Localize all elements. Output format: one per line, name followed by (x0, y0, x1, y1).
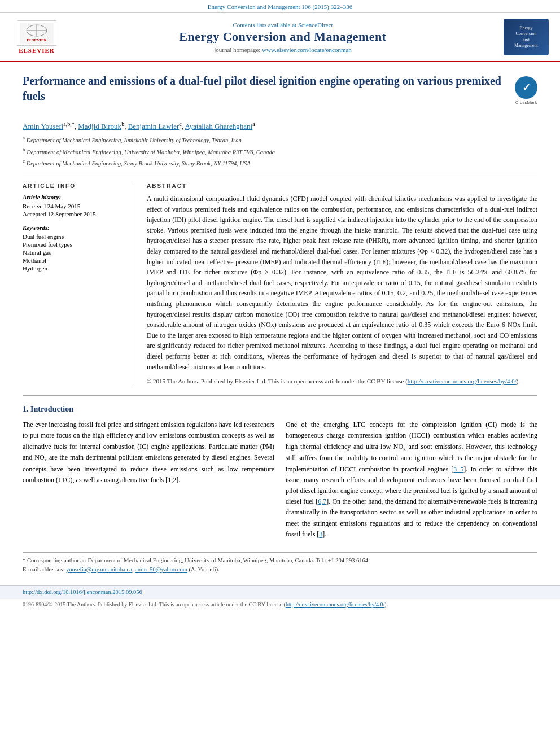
affiliation-a: a Department of Mechanical Engineering, … (23, 134, 537, 145)
doi-link[interactable]: http://dx.doi.org/10.1016/j.enconman.201… (23, 589, 142, 595)
abstract-heading: ABSTRACT (147, 183, 537, 189)
crossmark-icon: ✓ (515, 76, 537, 99)
sciencedirect-link[interactable]: ScienceDirect (298, 21, 333, 28)
intro-heading: 1. Introduction (23, 405, 537, 414)
introduction-section: 1. Introduction The ever increasing foss… (23, 405, 537, 544)
author-lawler[interactable]: Benjamin Lawler (128, 122, 180, 130)
sciencedirect-line: Contents lists available at ScienceDirec… (62, 21, 504, 28)
journal-header-center: Contents lists available at ScienceDirec… (62, 21, 504, 53)
journal-homepage: journal homepage: www.elsevier.com/locat… (62, 46, 504, 53)
elsevier-label: ELSEVIER (19, 47, 55, 54)
contents-text: Contents lists available at (233, 21, 296, 28)
crossmark-badge: ✓ CrossMark (515, 76, 537, 99)
email-attribution: (A. Yousefi). (189, 566, 220, 573)
journal-citation-bar: Energy Conversion and Management 106 (20… (0, 0, 560, 13)
author-birouk[interactable]: Madjid Birouk (78, 122, 121, 130)
article-info-col: ARTICLE INFO Article history: Received 2… (23, 183, 135, 386)
keyword-2: Premixed fuel types (23, 241, 127, 248)
bottom-bar: 0196-8904/© 2015 The Authors. Published … (0, 599, 560, 610)
keywords-label: Keywords: (23, 224, 127, 231)
homepage-label: journal homepage: (214, 46, 260, 53)
bottom-cc-link[interactable]: http://creativecommons.org/licenses/by/4… (286, 601, 384, 608)
license-text: © 2015 The Authors. Published by Elsevie… (147, 377, 537, 386)
article-info-abstract-section: ARTICLE INFO Article history: Received 2… (23, 183, 537, 386)
article-title: Performance and emissions of a dual-fuel… (23, 73, 509, 108)
keyword-4: Methanol (23, 257, 127, 264)
email-line: E-mail addresses: yousefia@my.umanitoba.… (23, 565, 537, 574)
elsevier-logo-img: ELSEVIER (17, 20, 56, 46)
main-content: Performance and emissions of a dual-fuel… (0, 62, 560, 585)
affiliation-b: b Department of Mechanical Engineering, … (23, 146, 537, 156)
ref-8[interactable]: 8 (319, 530, 322, 538)
received-date: Received 24 May 2015 (23, 203, 127, 209)
author-gharehghani[interactable]: Ayatallah Gharehghani (185, 122, 252, 130)
license-note-text: This is an open access article under the… (159, 601, 388, 608)
author-gharehghani-sup: a (252, 121, 255, 127)
author-birouk-sup: b (121, 121, 124, 127)
accepted-date: Accepted 12 September 2015 (23, 211, 127, 217)
journal-logo-text: EnergyConversionandManagement (512, 23, 540, 51)
journal-title: Energy Conversion and Management (62, 29, 504, 44)
ref-6-7[interactable]: 6,7 (318, 497, 326, 505)
abstract-paragraph: A multi-dimensional computational fluid … (147, 194, 537, 372)
keyword-3: Natural gas (23, 249, 127, 256)
article-history-label: Article history: (23, 194, 127, 200)
affiliation-c: c Department of Mechanical Engineering, … (23, 158, 537, 168)
ref-3-5[interactable]: 3–5 (453, 465, 463, 473)
corresponding-author-note: * Corresponding author at: Department of… (23, 556, 537, 565)
journal-header: ELSEVIER ELSEVIER Contents lists availab… (0, 13, 560, 62)
svg-text:ELSEVIER: ELSEVIER (27, 38, 47, 42)
affiliations-block: a Department of Mechanical Engineering, … (23, 134, 537, 176)
issn-text: 0196-8904/© 2015 The Authors. Published … (23, 601, 158, 608)
author-yousefi[interactable]: Amin Yousefi (23, 122, 63, 130)
intro-right-col: One of the emerging LTC concepts for the… (286, 420, 537, 544)
cc-by-link[interactable]: http://creativecommons.org/licenses/by/4… (408, 378, 517, 385)
keyword-5: Hydrogen (23, 265, 127, 272)
authors-line: Amin Yousefia,b,*, Madjid Biroukb, Benja… (23, 121, 537, 131)
elsevier-logo-section: ELSEVIER ELSEVIER (11, 20, 62, 54)
email-label: E-mail addresses: (23, 566, 64, 573)
intro-left-para: The ever increasing fossil fuel price an… (23, 420, 274, 486)
email-1[interactable]: yousefia@my.umanitoba.ca (66, 566, 132, 573)
article-info-heading: ARTICLE INFO (23, 183, 127, 189)
author-lawler-sup: c (179, 121, 181, 127)
journal-logo-box: EnergyConversionandManagement (504, 19, 549, 55)
journal-citation: Energy Conversion and Management 106 (20… (208, 3, 352, 10)
email-2[interactable]: amin_50@yahoo.com (135, 566, 187, 573)
intro-left-col: The ever increasing fossil fuel price an… (23, 420, 274, 544)
keyword-1: Dual fuel engine (23, 233, 127, 240)
author-yousefi-sup: a,b,* (63, 121, 74, 127)
footnotes-section: * Corresponding author at: Department of… (23, 552, 537, 574)
homepage-url[interactable]: www.elsevier.com/locate/enconman (262, 46, 352, 53)
abstract-col: ABSTRACT A multi-dimensional computation… (147, 183, 537, 386)
intro-columns: The ever increasing fossil fuel price an… (23, 420, 537, 544)
doi-bar: http://dx.doi.org/10.1016/j.enconman.201… (0, 585, 560, 599)
intro-right-para: One of the emerging LTC concepts for the… (286, 420, 537, 540)
abstract-text: A multi-dimensional computational fluid … (147, 194, 537, 386)
section-divider (23, 395, 537, 396)
